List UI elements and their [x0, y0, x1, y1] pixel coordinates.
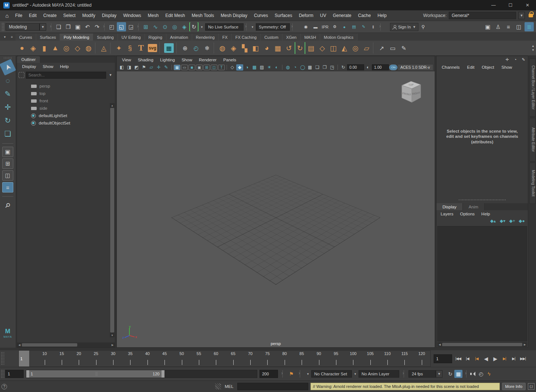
lights-icon[interactable]: ☀ [266, 64, 273, 71]
command-language-toggle[interactable]: MEL [223, 384, 235, 389]
outliner-panel-tab[interactable]: Outliner [17, 56, 40, 63]
menu-item[interactable]: Edit [26, 13, 40, 18]
play-backwards-button[interactable]: ◀ [481, 354, 491, 364]
frame-tick[interactable]: 50 [173, 351, 190, 367]
wireframe-icon[interactable]: ◇ [229, 64, 236, 71]
select-by-object-icon[interactable]: ◱ [117, 22, 126, 31]
poly-sphere-icon[interactable]: ● [17, 42, 27, 54]
viewport-menu-item[interactable]: Panels [220, 58, 239, 62]
outliner-vertical-scrollbar[interactable]: ▲ ▼ [110, 103, 115, 337]
construction-plane-icon[interactable]: ⊕ [180, 42, 190, 54]
save-scene-icon[interactable]: ▣ [73, 22, 82, 31]
shelf-menu-icon[interactable]: ▾ [2, 34, 7, 40]
super-shape-icon[interactable]: ✦ [113, 42, 124, 54]
animation-start-field[interactable] [5, 370, 24, 378]
shelf-tab[interactable]: Sculpting [93, 34, 118, 41]
tab-attribute-editor[interactable]: Attribute Editor [529, 118, 536, 161]
outliner-item-front[interactable]: front [17, 97, 115, 105]
layer-editor-tab[interactable]: Anim [463, 203, 485, 210]
channel-speed-icon[interactable]: ◔ [512, 57, 518, 62]
layout-four-pane-icon[interactable]: ⊞ [2, 158, 13, 169]
shelf-tab[interactable]: Surfaces [36, 34, 60, 41]
snapshot-multi-icon[interactable]: ❐ [321, 64, 328, 71]
outliner-menu-item[interactable]: Display [19, 64, 39, 69]
shelf-tab[interactable]: Curves [16, 34, 36, 41]
shelf-separator[interactable] [110, 42, 112, 54]
step-back-key-button[interactable]: |◀ [472, 354, 481, 364]
undo-icon[interactable]: ↶ [83, 22, 92, 31]
bridge-icon[interactable]: ◫ [328, 42, 339, 54]
poly-cone-icon[interactable]: ▲ [50, 42, 61, 54]
safe-action-icon[interactable]: ◫ [211, 65, 217, 70]
ipr-render-icon[interactable]: IPR [320, 22, 330, 31]
layer-list[interactable] [437, 226, 527, 341]
snap-to-points-icon[interactable]: ⊙ [160, 22, 170, 31]
ao-icon[interactable]: ◍ [284, 64, 291, 71]
gamma-icon[interactable]: ◐ [364, 64, 372, 71]
menu-item[interactable]: Curves [251, 13, 271, 18]
pencil-curve-icon[interactable]: ✎ [398, 42, 409, 54]
sign-in-button[interactable]: Sign In ▼ [390, 23, 418, 31]
poly-type-icon[interactable]: T [136, 42, 146, 54]
render-settings-icon[interactable]: ⚙ [330, 22, 339, 31]
frame-tick[interactable]: 15 [53, 351, 70, 367]
frame-tick[interactable]: 45 [156, 351, 173, 367]
layer-editor-menu-item[interactable]: Layers [437, 210, 457, 218]
more-info-button[interactable]: More Info [502, 383, 526, 390]
panel-splitter[interactable] [459, 200, 506, 200]
sign-in-dropdown-arrow[interactable]: ▼ [413, 25, 416, 29]
poly-plane-icon[interactable]: ◇ [72, 42, 83, 54]
bookmark-icon[interactable]: ⚑ [140, 64, 147, 71]
make-live-icon[interactable]: ◈ [180, 22, 189, 31]
range-slider[interactable]: 1 120 [26, 370, 257, 378]
menu-item[interactable]: Surfaces [271, 13, 295, 18]
reset-transform-icon[interactable]: ◴ [191, 42, 201, 54]
checker-icon[interactable]: ▨ [258, 64, 265, 71]
film-gate-icon[interactable]: ▭ [181, 65, 188, 70]
anim-layer-select[interactable]: No Anim Layer [359, 370, 399, 378]
character-set-arrow[interactable]: ▾ [305, 370, 311, 378]
resize-grip[interactable] [215, 384, 221, 389]
viewport-menu-item[interactable]: Renderer [196, 58, 220, 62]
go-to-start-button[interactable]: |◀◀ [454, 354, 463, 364]
move-layer-up-icon[interactable]: ◆▴ [490, 218, 496, 224]
viewport-menu-item[interactable]: Shading [135, 58, 156, 62]
fps-select[interactable]: 24 fps [408, 370, 436, 378]
extrude-icon[interactable]: ▤ [306, 42, 316, 54]
menu-item[interactable]: Display [99, 13, 120, 18]
exposure-icon[interactable]: ↻ [340, 64, 347, 71]
frame-tick[interactable]: 55 [190, 351, 207, 367]
wireframe-box-icon[interactable]: ▣ [483, 22, 492, 31]
workspace-select[interactable]: General* [449, 12, 516, 19]
shelf-tab[interactable]: Animation [166, 34, 192, 41]
live-surface-field[interactable]: No Live Surface [205, 23, 244, 31]
panel-layers-toggle-icon[interactable]: ≣ [525, 22, 534, 31]
shelf-tab[interactable]: Custom [261, 34, 282, 41]
minimize-button[interactable]: — [485, 0, 502, 10]
freeze-transform-icon[interactable]: ❄ [202, 42, 213, 54]
separate-icon[interactable]: ▚ [239, 42, 250, 54]
menu-item[interactable]: Generate [329, 13, 354, 18]
select-tool-icon[interactable]: ➤ [0, 59, 16, 75]
command-input[interactable] [237, 383, 308, 390]
character-set-select[interactable]: No Character Set [311, 370, 352, 378]
frame-tick[interactable]: 110 [379, 351, 396, 367]
scroll-left-icon[interactable]: ◀ [437, 343, 442, 346]
maximize-button[interactable]: ☐ [502, 0, 519, 10]
viewport-menu-item[interactable]: Lighting [157, 58, 178, 62]
step-back-frame-button[interactable]: |◀ [463, 354, 472, 364]
outliner-search-input[interactable] [26, 72, 106, 79]
outliner-item-top[interactable]: top [17, 90, 115, 97]
script-editor-icon[interactable]: {;} [528, 383, 535, 390]
frame-tick[interactable]: 60 [207, 351, 224, 367]
shelf-separator[interactable] [95, 42, 97, 54]
frame-tick[interactable]: 35 [122, 351, 139, 367]
content-browser-icon[interactable]: ⚲ [418, 22, 428, 31]
outliner-search-dropdown-arrow[interactable]: ▼ [108, 73, 113, 77]
range-grip[interactable] [95, 372, 98, 376]
menu-item[interactable]: Select [60, 13, 79, 18]
animation-end-field[interactable] [259, 370, 278, 378]
frame-tick[interactable]: 95 [328, 351, 345, 367]
modeling-toolkit-icon[interactable]: ▦ [164, 43, 174, 53]
poly-cylinder-icon[interactable]: ▮ [39, 42, 50, 54]
